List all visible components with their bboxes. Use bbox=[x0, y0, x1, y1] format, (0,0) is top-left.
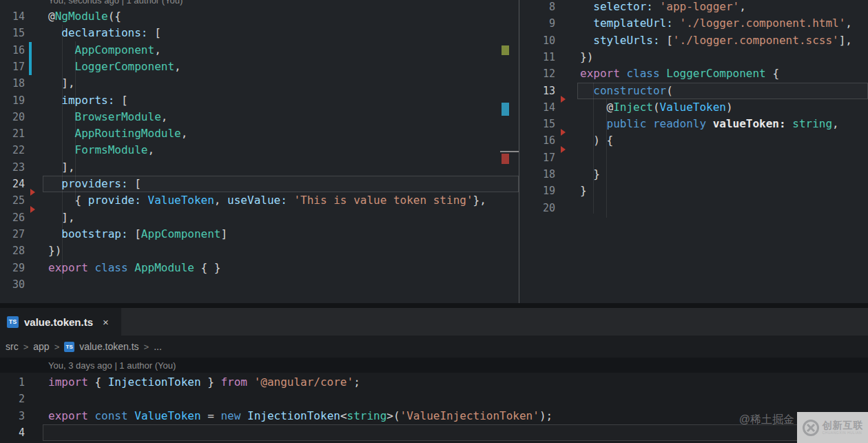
code-line[interactable]: 19 imports: [ bbox=[0, 92, 519, 109]
line-number[interactable]: 2 bbox=[0, 391, 25, 407]
breadcrumb-item-app[interactable]: app bbox=[33, 341, 49, 352]
line-number[interactable]: 8 bbox=[519, 0, 555, 15]
line-number[interactable]: 15 bbox=[519, 116, 555, 132]
line-number[interactable]: 27 bbox=[0, 226, 25, 243]
code-line[interactable]: 28}) bbox=[0, 243, 519, 259]
chuangxin-hulian-logo: 创新互联 CHUANGXIN HULIAN bbox=[797, 412, 868, 443]
code-line[interactable]: 19} bbox=[519, 183, 868, 199]
code-line[interactable]: 26 ], bbox=[0, 209, 519, 226]
code-line[interactable]: 14 @Inject(ValueToken) bbox=[519, 99, 868, 116]
indent-guide bbox=[593, 83, 594, 214]
gutter-marker-icon bbox=[561, 96, 566, 103]
line-number[interactable]: 20 bbox=[0, 109, 25, 125]
code-line[interactable]: 18 } bbox=[519, 166, 868, 183]
code-text: BrowserModule, bbox=[48, 109, 167, 125]
code-line[interactable]: 14@NgModule({ bbox=[0, 8, 519, 25]
line-number[interactable]: 17 bbox=[519, 150, 555, 166]
line-number[interactable]: 29 bbox=[0, 260, 25, 276]
breadcrumb-item-symbols[interactable]: ... bbox=[154, 341, 162, 352]
code-line[interactable]: 30 bbox=[0, 276, 519, 293]
code-line[interactable]: 23 ], bbox=[0, 159, 519, 176]
code-line[interactable]: 20 bbox=[519, 200, 868, 216]
code-line[interactable]: 16 AppComponent, bbox=[0, 42, 519, 59]
code-line[interactable]: 12export class LoggerComponent { bbox=[519, 65, 868, 82]
line-number[interactable]: 25 bbox=[0, 192, 25, 209]
code-line[interactable]: 1import { InjectionToken } from '@angula… bbox=[0, 374, 868, 391]
code-line[interactable]: 4 bbox=[0, 424, 868, 441]
code-text: templateUrl: './logger.component.html', bbox=[580, 15, 852, 32]
line-number[interactable]: 12 bbox=[519, 65, 555, 82]
editor-pane-right[interactable]: 8 selector: 'app-logger',9 templateUrl: … bbox=[519, 0, 868, 303]
line-number[interactable]: 10 bbox=[519, 32, 555, 49]
vscode-window: { "colors": { "syntax": { "keyword": "#c… bbox=[0, 0, 868, 443]
code-text: @Inject(ValueToken) bbox=[580, 99, 733, 116]
code-line[interactable]: 20 BrowserModule, bbox=[0, 109, 519, 125]
code-line[interactable]: 24 providers: [ bbox=[0, 176, 519, 192]
line-number[interactable]: 21 bbox=[0, 125, 25, 142]
code-line[interactable]: 9 templateUrl: './logger.component.html'… bbox=[519, 15, 868, 32]
code-line[interactable]: 17 bbox=[519, 150, 868, 166]
code-text: } bbox=[580, 166, 600, 183]
code-line[interactable]: 27 bootstrap: [AppComponent] bbox=[0, 226, 519, 243]
breadcrumb-item-file[interactable]: value.token.ts bbox=[79, 341, 138, 352]
code-text: imports: [ bbox=[48, 92, 128, 109]
line-number[interactable]: 26 bbox=[0, 209, 25, 226]
line-number[interactable]: 14 bbox=[519, 99, 555, 116]
line-number[interactable]: 30 bbox=[0, 276, 25, 293]
code-text: export class LoggerComponent { bbox=[580, 65, 779, 82]
code-line[interactable]: 16 ) { bbox=[519, 132, 868, 149]
line-number[interactable]: 17 bbox=[0, 59, 25, 75]
line-number[interactable]: 24 bbox=[0, 176, 25, 192]
code-line[interactable]: 21 AppRoutingModule, bbox=[0, 125, 519, 142]
tab-value-token-ts[interactable]: TS value.token.ts × bbox=[0, 308, 121, 336]
code-line[interactable]: 18 ], bbox=[0, 75, 519, 92]
line-number[interactable]: 13 bbox=[519, 83, 555, 99]
code-line[interactable]: 15 declarations: [ bbox=[0, 25, 519, 41]
code-line[interactable]: 10 styleUrls: ['./logger.component.scss'… bbox=[519, 32, 868, 49]
code-line[interactable]: 8 selector: 'app-logger', bbox=[519, 0, 868, 15]
line-number[interactable]: 4 bbox=[0, 424, 25, 441]
line-number[interactable]: 18 bbox=[519, 166, 555, 183]
code-text: LoggerComponent, bbox=[48, 59, 181, 75]
line-number[interactable]: 22 bbox=[0, 142, 25, 158]
line-number[interactable]: 14 bbox=[0, 8, 25, 25]
editor-group-divider bbox=[0, 303, 868, 308]
line-number[interactable]: 28 bbox=[0, 243, 25, 259]
breadcrumb: src > app > TS value.token.ts > ... bbox=[0, 336, 868, 358]
code-line[interactable]: 15 public readonly valueToken: string, bbox=[519, 116, 868, 132]
line-number[interactable]: 16 bbox=[519, 132, 555, 149]
line-number[interactable]: 11 bbox=[519, 49, 555, 65]
line-number[interactable]: 1 bbox=[0, 374, 25, 391]
line-number[interactable]: 20 bbox=[519, 200, 555, 216]
code-line[interactable]: 11}) bbox=[519, 49, 868, 65]
line-number[interactable]: 16 bbox=[0, 42, 25, 59]
code-line[interactable]: 22 FormsModule, bbox=[0, 142, 519, 158]
line-number[interactable]: 19 bbox=[519, 183, 555, 199]
overview-ruler-scrollbar[interactable] bbox=[500, 0, 519, 303]
line-number[interactable]: 18 bbox=[0, 75, 25, 92]
code-line[interactable]: 17 LoggerComponent, bbox=[0, 59, 519, 75]
editor-pane-bottom[interactable]: 1import { InjectionToken } from '@angula… bbox=[0, 373, 868, 443]
line-number[interactable]: 9 bbox=[519, 15, 555, 32]
line-number[interactable]: 19 bbox=[0, 92, 25, 109]
editor-pane-left[interactable]: 14@NgModule({15 declarations: [16 AppCom… bbox=[0, 0, 519, 303]
ruler-mark-olive bbox=[502, 45, 509, 55]
code-line[interactable]: 13 constructor( bbox=[519, 83, 868, 99]
code-text: FormsModule, bbox=[48, 142, 154, 158]
code-text: import { InjectionToken } from '@angular… bbox=[48, 374, 360, 391]
logo-ring-x-icon bbox=[802, 419, 820, 437]
line-number[interactable]: 23 bbox=[0, 159, 25, 176]
indent-guide bbox=[606, 99, 607, 218]
code-line[interactable]: 29export class AppModule { } bbox=[0, 260, 519, 276]
chevron-right-icon: > bbox=[23, 342, 29, 352]
breadcrumb-item-src[interactable]: src bbox=[6, 341, 19, 352]
scrollbar-slider-edge bbox=[500, 151, 519, 152]
line-number[interactable]: 3 bbox=[0, 408, 25, 424]
code-line[interactable]: 3export const ValueToken = new Injection… bbox=[0, 408, 868, 424]
code-line[interactable]: 2 bbox=[0, 391, 868, 407]
code-line[interactable]: 25 { provide: ValueToken, useValue: 'Thi… bbox=[0, 192, 519, 209]
close-icon[interactable]: × bbox=[103, 316, 109, 328]
code-text: constructor( bbox=[580, 83, 673, 99]
code-text: AppRoutingModule, bbox=[48, 125, 187, 142]
line-number[interactable]: 15 bbox=[0, 25, 25, 41]
